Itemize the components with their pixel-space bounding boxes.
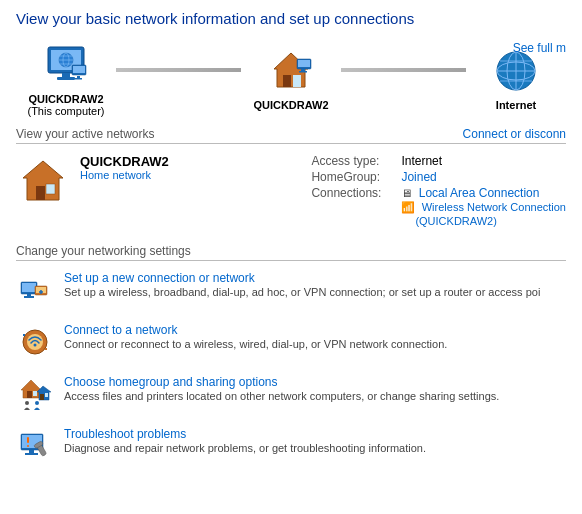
troubleshoot-text: Troubleshoot problems Diagnose and repai… — [64, 427, 566, 454]
connect-network-link[interactable]: Connect to a network — [64, 323, 177, 337]
homegroup-label: HomeGroup: — [311, 170, 401, 184]
svg-rect-50 — [45, 393, 48, 397]
setting-new-connection: Set up a new connection or network Set u… — [16, 271, 566, 309]
network-details: Access type: Internet HomeGroup: Joined … — [311, 154, 566, 230]
svg-rect-12 — [75, 78, 82, 80]
svg-rect-10 — [73, 66, 85, 73]
new-connection-desc: Set up a wireless, broadband, dial-up, a… — [64, 286, 566, 298]
see-full-map-link[interactable]: See full m — [513, 41, 566, 55]
settings-section-header: Change your networking settings — [16, 244, 566, 261]
this-computer-label: QUICKDRAW2 — [28, 93, 103, 105]
network-type-link[interactable]: Home network — [80, 169, 311, 181]
svg-rect-56 — [25, 453, 38, 455]
svg-rect-19 — [299, 71, 307, 73]
svg-rect-33 — [24, 296, 34, 298]
new-connection-link[interactable]: Set up a new connection or network — [64, 271, 255, 285]
access-type-row: Access type: Internet — [311, 154, 566, 168]
svg-rect-17 — [298, 60, 310, 67]
troubleshoot-link[interactable]: Troubleshoot problems — [64, 427, 186, 441]
svg-rect-8 — [57, 77, 75, 80]
other-computer-label: QUICKDRAW2 — [253, 99, 328, 111]
connect-network-text: Connect to a network Connect or reconnec… — [64, 323, 566, 350]
house-computer-icon — [267, 47, 315, 95]
svg-rect-55 — [29, 450, 34, 453]
troubleshoot-icon — [16, 427, 54, 465]
connections-values: 🖥 Local Area Connection 📶 Wireless Netwo… — [401, 186, 566, 228]
connections-row: Connections: 🖥 Local Area Connection 📶 W… — [311, 186, 566, 228]
svg-rect-60 — [27, 445, 29, 447]
active-network-row: QUICKDRAW2 Home network Access type: Int… — [16, 154, 566, 230]
svg-point-40 — [34, 344, 37, 347]
svg-rect-14 — [283, 75, 291, 87]
homegroup-icon — [16, 375, 54, 413]
homegroup-desc: Access files and printers located on oth… — [64, 390, 566, 402]
homegroup-link[interactable]: Choose homegroup and sharing options — [64, 375, 277, 389]
setting-troubleshoot: Troubleshoot problems Diagnose and repai… — [16, 427, 566, 465]
this-computer-sublabel: (This computer) — [27, 105, 104, 117]
home-network-icon — [16, 154, 70, 208]
connection1-link[interactable]: Local Area Connection — [419, 186, 540, 200]
svg-point-51 — [25, 401, 29, 405]
connection1-icon: 🖥 — [401, 187, 412, 199]
svg-rect-18 — [301, 69, 305, 71]
network-diagram: QUICKDRAW2 (This computer) QUI — [16, 41, 566, 117]
connect-network-icon — [16, 323, 54, 361]
connect-network-desc: Connect or reconnect to a wireless, wire… — [64, 338, 566, 350]
svg-rect-28 — [36, 186, 45, 200]
homegroup-text: Choose homegroup and sharing options Acc… — [64, 375, 566, 402]
network-name: QUICKDRAW2 — [80, 154, 311, 169]
network-line-1 — [116, 68, 241, 72]
access-type-label: Access type: — [311, 154, 401, 168]
svg-rect-11 — [77, 76, 80, 78]
connections-label: Connections: — [311, 186, 401, 200]
connection2-link[interactable]: Wireless Network Connection — [422, 201, 566, 213]
network-line-2 — [341, 68, 466, 72]
svg-rect-29 — [46, 184, 55, 194]
svg-rect-47 — [33, 391, 37, 396]
svg-point-52 — [35, 401, 39, 405]
active-networks-label: View your active networks — [16, 127, 155, 141]
new-connection-icon — [16, 271, 54, 309]
node-internet: Internet — [466, 47, 566, 111]
internet-label: Internet — [496, 99, 536, 111]
setting-connect-network: Connect to a network Connect or reconnec… — [16, 323, 566, 361]
node-this-computer: QUICKDRAW2 (This computer) — [16, 41, 116, 117]
troubleshoot-desc: Diagnose and repair network problems, or… — [64, 442, 566, 454]
homegroup-value-link[interactable]: Joined — [401, 170, 436, 184]
network-info: QUICKDRAW2 Home network — [80, 154, 311, 181]
node-other-computer: QUICKDRAW2 — [241, 47, 341, 111]
page-container: View your basic network information and … — [0, 0, 582, 489]
computer-icon — [42, 41, 90, 89]
access-type-value: Internet — [401, 154, 442, 168]
svg-rect-7 — [62, 73, 70, 77]
settings-label: Change your networking settings — [16, 244, 191, 258]
setting-homegroup: Choose homegroup and sharing options Acc… — [16, 375, 566, 413]
svg-rect-32 — [27, 294, 31, 296]
svg-rect-59 — [27, 437, 29, 443]
svg-rect-46 — [27, 391, 32, 398]
connection2-sub: (QUICKDRAW2) — [415, 215, 496, 227]
connect-or-disconnect-link[interactable]: Connect or disconn — [463, 127, 566, 141]
svg-rect-49 — [40, 394, 44, 400]
svg-rect-31 — [22, 283, 36, 292]
svg-rect-15 — [293, 75, 301, 87]
connection2-icon: 📶 — [401, 201, 415, 213]
page-title: View your basic network information and … — [16, 10, 566, 27]
homegroup-row: HomeGroup: Joined — [311, 170, 566, 184]
new-connection-text: Set up a new connection or network Set u… — [64, 271, 566, 298]
active-networks-header: View your active networks Connect or dis… — [16, 127, 566, 144]
